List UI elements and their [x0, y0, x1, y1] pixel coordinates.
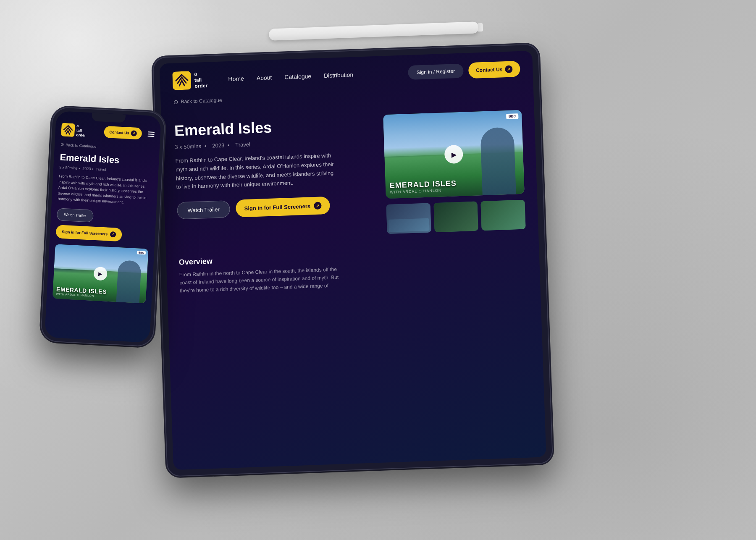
nav-home[interactable]: Home — [228, 75, 244, 82]
show-year: 2023 — [212, 142, 231, 149]
phone-arrow-icon: ↗ — [131, 130, 137, 136]
show-genre: Travel — [235, 141, 254, 148]
phone-sign-in-button[interactable]: Sign in for Full Screeners ↗ — [55, 225, 122, 241]
tablet-main-content: Emerald Isles 3 x 50mins 2023 Travel Fro… — [161, 105, 538, 250]
show-meta: 3 x 50mins 2023 Travel — [175, 137, 367, 150]
show-description: From Rathlin to Cape Clear, Ireland's co… — [175, 151, 336, 191]
nav-about[interactable]: About — [256, 74, 272, 81]
phone-notch — [92, 113, 126, 123]
show-hero-image: BBC ▶ EMERALD ISLES WITH ARDAL O HANLON — [383, 110, 525, 199]
sign-in-button[interactable]: Sign in / Register — [408, 64, 463, 80]
arrow-icon-screeners: ↗ — [314, 202, 322, 210]
phone-logo-text: a tall order — [76, 123, 87, 138]
show-action-buttons: Watch Trailer Sign in for Full Screeners… — [177, 195, 370, 220]
nav-distribution[interactable]: Distribution — [324, 71, 354, 79]
overview-text: From Rathlin in the north to Cape Clear … — [179, 265, 340, 295]
show-hero-panel: BBC ▶ EMERALD ISLES WITH ARDAL O HANLON — [383, 110, 526, 234]
phone-main-content: Back to Catalogue Emerald Isles 3 x 50mi… — [47, 139, 160, 306]
thumbnail-1[interactable] — [386, 203, 431, 234]
tablet-nav-links: Home About Catalogue Distribution — [228, 70, 396, 82]
bbc-badge: BBC — [506, 113, 519, 119]
tablet-logo[interactable]: a tall order — [172, 71, 207, 90]
scene: a tall order Home About Catalogue Distri… — [0, 0, 756, 540]
watch-trailer-button[interactable]: Watch Trailer — [177, 200, 230, 219]
phone-show-description: From Rathlin to Cape Clear, Ireland's co… — [58, 174, 152, 207]
thumbnail-2[interactable] — [433, 202, 478, 233]
hamburger-line-2 — [148, 134, 155, 135]
phone-watch-trailer-button[interactable]: Watch Trailer — [57, 208, 94, 222]
arrow-icon: ↗ — [505, 65, 513, 73]
logo-icon — [172, 71, 192, 90]
sign-in-full-screeners-button[interactable]: Sign in for Full Screeners ↗ — [236, 197, 330, 218]
logo-text: a tall order — [194, 71, 207, 89]
contact-button-tablet[interactable]: Contact Us ↗ — [468, 61, 520, 79]
show-episodes: 3 x 50mins — [175, 143, 208, 150]
phone-back-link[interactable]: Back to Catalogue — [60, 142, 154, 152]
phone-episodes: 3 x 50mins — [59, 165, 80, 171]
thumbnail-row — [386, 200, 525, 234]
phone-logo-icon — [61, 123, 75, 137]
show-info-panel: Emerald Isles 3 x 50mins 2023 Travel Fro… — [174, 115, 370, 241]
phone-contact-button[interactable]: Contact Us ↗ — [104, 126, 142, 140]
phone-screen: a tall order Contact Us ↗ Back to C — [45, 111, 161, 343]
phone-year: 2023 — [82, 167, 93, 171]
show-title: Emerald Isles — [174, 115, 367, 140]
hamburger-line-1 — [148, 131, 155, 133]
phone-logo[interactable]: a tall order — [61, 123, 87, 138]
nav-catalogue[interactable]: Catalogue — [284, 73, 311, 80]
phone-bbc-badge: BBC — [137, 251, 146, 254]
hamburger-line-3 — [147, 136, 154, 137]
thumbnail-3[interactable] — [481, 200, 526, 231]
apple-pencil — [269, 21, 479, 40]
phone-genre: Travel — [96, 167, 106, 172]
phone-menu-button[interactable] — [147, 131, 155, 137]
phone-device: a tall order Contact Us ↗ Back to C — [40, 106, 166, 347]
tablet-device: a tall order Home About Catalogue Distri… — [152, 44, 553, 477]
tablet-screen: a tall order Home About Catalogue Distri… — [159, 51, 546, 470]
overview-heading: Overview — [179, 246, 527, 267]
phone-arrow-screeners: ↗ — [110, 231, 116, 238]
phone-show-title: Emerald Isles — [60, 152, 153, 168]
tablet-nav-right: Sign in / Register Contact Us ↗ — [408, 61, 520, 81]
phone-hero-image: BBC ▶ EMERALD ISLES WITH ARDAL O HANLON — [52, 244, 148, 303]
